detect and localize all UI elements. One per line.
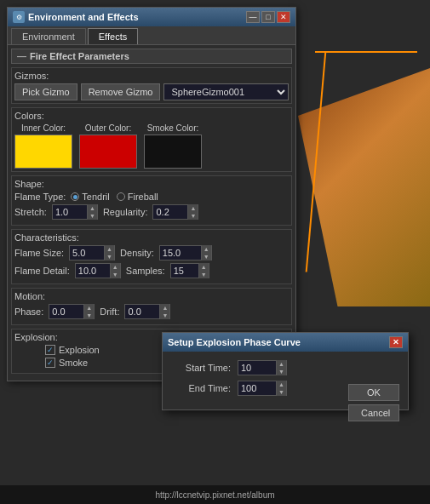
regularity-up[interactable]: ▲: [187, 204, 198, 212]
stretch-input[interactable]: [53, 205, 87, 219]
viewport-line-2: [315, 51, 417, 53]
end-time-spinner[interactable]: ▲ ▼: [238, 381, 287, 396]
samples-up[interactable]: ▲: [198, 263, 209, 271]
explosion-checkbox[interactable]: [45, 345, 55, 355]
shape-label: Shape:: [14, 179, 289, 189]
ok-button[interactable]: OK: [348, 384, 399, 401]
stretch-label: Stretch:: [14, 207, 47, 217]
panel-content: — Fire Effect Parameters Gizmos: Pick Gi…: [8, 45, 295, 381]
url-bar: http://lccnetvip.pixnet.net/album: [0, 485, 430, 504]
regularity-arrows: ▲ ▼: [187, 204, 198, 220]
stretch-spinner[interactable]: ▲ ▼: [52, 204, 98, 220]
flame-size-arrows: ▲ ▼: [104, 245, 114, 261]
outer-color-swatch[interactable]: [79, 135, 137, 169]
start-time-up[interactable]: ▲: [276, 360, 286, 368]
density-input[interactable]: [160, 246, 201, 260]
smoke-color-swatch[interactable]: [144, 135, 202, 169]
drift-spinner[interactable]: ▲ ▼: [124, 304, 170, 319]
flame-detail-up[interactable]: ▲: [110, 263, 120, 271]
flame-type-radio-group: Tendril Fireball: [71, 192, 158, 202]
gizmos-label: Gizmos:: [14, 71, 289, 81]
flame-detail-spinner[interactable]: ▲ ▼: [75, 263, 121, 278]
end-time-down[interactable]: ▼: [276, 388, 286, 396]
tendril-radio[interactable]: Tendril: [71, 192, 109, 202]
flame-size-input[interactable]: [70, 246, 104, 260]
fireball-radio[interactable]: Fireball: [117, 192, 158, 202]
regularity-label: Regularity:: [103, 207, 148, 217]
drift-up[interactable]: ▲: [159, 304, 169, 312]
dialog-title-bar: Setup Explosion Phase Curve ✕: [163, 333, 408, 352]
start-time-spinner[interactable]: ▲ ▼: [238, 360, 287, 375]
flame-size-spinner[interactable]: ▲ ▼: [69, 245, 115, 261]
characteristics-section: Characteristics: Flame Size: ▲ ▼ Density…: [11, 229, 292, 284]
motion-row: Phase: ▲ ▼ Drift: ▲ ▼: [14, 304, 289, 319]
explosion-phase-dialog: Setup Explosion Phase Curve ✕ Start Time…: [162, 332, 409, 410]
tab-bar: Environment Effects: [8, 26, 295, 45]
smoke-color-item: Smoke Color:: [144, 123, 202, 169]
cancel-button[interactable]: Cancel: [348, 404, 399, 421]
fireball-label: Fireball: [128, 192, 158, 202]
collapse-icon[interactable]: —: [17, 51, 26, 61]
density-arrows: ▲ ▼: [201, 245, 211, 261]
drift-input[interactable]: [125, 305, 159, 318]
flame-size-up[interactable]: ▲: [104, 245, 114, 253]
explosion-checkbox-item[interactable]: Explosion: [45, 345, 100, 355]
phase-down[interactable]: ▼: [83, 312, 94, 319]
tendril-radio-circle[interactable]: [71, 192, 79, 201]
density-label: Density:: [120, 248, 154, 258]
remove-gizmo-button[interactable]: Remove Gizmo: [81, 83, 161, 100]
tab-environment[interactable]: Environment: [11, 28, 86, 44]
drift-label: Drift:: [100, 306, 119, 317]
section-header: — Fire Effect Parameters: [11, 49, 292, 64]
inner-color-item: Inner Color:: [14, 123, 72, 169]
phase-spinner[interactable]: ▲ ▼: [49, 304, 95, 319]
characteristics-label: Characteristics:: [14, 232, 289, 243]
density-up[interactable]: ▲: [201, 245, 211, 253]
tab-effects[interactable]: Effects: [88, 28, 138, 44]
start-time-down[interactable]: ▼: [276, 368, 286, 375]
samples-down[interactable]: ▼: [198, 271, 209, 278]
end-time-label: End Time:: [171, 383, 231, 393]
samples-label: Samples:: [126, 266, 165, 276]
stretch-row: Stretch: ▲ ▼ Regularity: ▲ ▼: [14, 204, 289, 220]
fireball-radio-circle[interactable]: [117, 192, 125, 201]
colors-section: Colors: Inner Color: Outer Color: Smoke …: [11, 107, 292, 172]
maximize-button[interactable]: □: [261, 11, 275, 23]
end-time-up[interactable]: ▲: [276, 381, 286, 388]
samples-spinner[interactable]: ▲ ▼: [170, 263, 209, 278]
regularity-input[interactable]: [153, 205, 187, 219]
phase-up[interactable]: ▲: [83, 304, 94, 312]
stretch-down[interactable]: ▼: [87, 212, 97, 220]
close-button[interactable]: ✕: [277, 11, 290, 23]
pick-gizmo-button[interactable]: Pick Gizmo: [14, 83, 77, 100]
smoke-checkbox-label: Smoke: [59, 358, 88, 368]
colors-row: Inner Color: Outer Color: Smoke Color:: [14, 123, 289, 169]
flame-detail-down[interactable]: ▼: [110, 271, 120, 278]
outer-color-item: Outer Color:: [79, 123, 137, 169]
flame-size-down[interactable]: ▼: [104, 253, 114, 261]
smoke-checkbox[interactable]: [45, 358, 55, 368]
density-spinner[interactable]: ▲ ▼: [159, 245, 212, 261]
regularity-down[interactable]: ▼: [187, 212, 198, 220]
start-time-input[interactable]: [238, 361, 276, 375]
density-down[interactable]: ▼: [201, 253, 211, 261]
drift-down[interactable]: ▼: [159, 312, 169, 319]
gizmo-select[interactable]: SphereGizmo001: [163, 83, 289, 100]
regularity-spinner[interactable]: ▲ ▼: [152, 204, 198, 220]
phase-arrows: ▲ ▼: [83, 304, 94, 319]
end-time-input[interactable]: [238, 381, 276, 395]
phase-input[interactable]: [49, 305, 83, 318]
flame-size-label: Flame Size:: [14, 248, 64, 258]
end-time-row: End Time: ▲ ▼: [171, 381, 340, 396]
stretch-up[interactable]: ▲: [87, 204, 97, 212]
minimize-button[interactable]: —: [246, 11, 260, 23]
dialog-buttons: OK Cancel: [348, 384, 399, 421]
stretch-arrows: ▲ ▼: [87, 204, 97, 220]
gizmos-section: Gizmos: Pick Gizmo Remove Gizmo SphereGi…: [11, 67, 292, 104]
flame-detail-input[interactable]: [76, 264, 110, 278]
dialog-close-button[interactable]: ✕: [389, 336, 403, 348]
inner-color-swatch[interactable]: [14, 135, 72, 169]
smoke-checkbox-item[interactable]: Smoke: [45, 358, 88, 368]
samples-input[interactable]: [171, 264, 198, 278]
flame-detail-arrows: ▲ ▼: [110, 263, 120, 278]
